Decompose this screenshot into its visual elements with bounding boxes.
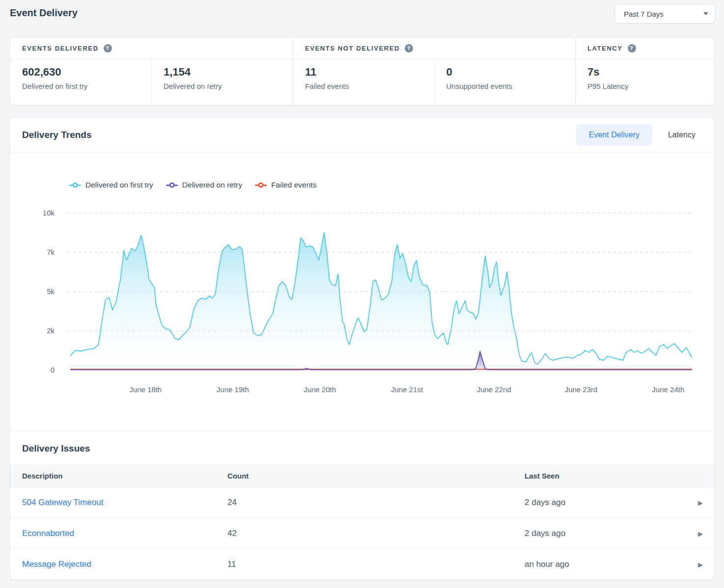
series-marker-icon [255,182,267,188]
stat-failed-events: 11 Failed events [293,59,434,105]
chevron-down-icon [703,12,708,15]
stats-heading-label: EVENTS NOT DELIVERED [305,45,400,52]
stats-heading-label: EVENTS DELIVERED [22,45,99,52]
legend-item-failed-events[interactable]: Failed events [255,181,316,189]
issue-count: 11 [227,560,525,569]
stats-section-heading: EVENTS NOT DELIVERED [293,37,575,59]
stats-section-heading: EVENTS DELIVERED [10,37,293,59]
stat-value: 0 [446,66,576,79]
tab-latency[interactable]: Latency [655,124,708,146]
issue-last-seen: an hour ago [525,560,687,569]
x-tick-label: June 21st [391,385,423,394]
x-tick-label: June 24th [652,385,684,394]
trends-header: Delivery Trends Event Delivery Latency [10,117,714,153]
table-row[interactable]: Econnaborted 42 2 days ago [10,518,714,549]
issue-last-seen: 2 days ago [525,498,687,508]
y-tick-label: 2k [47,326,55,335]
stats-section-events-not-delivered: EVENTS NOT DELIVERED 11 Failed events 0 … [293,37,575,105]
stat-label: Delivered on retry [164,82,293,90]
issues-table-header: Description Count Last Seen [10,464,714,487]
issue-link[interactable]: 504 Gateway Timeout [22,498,103,507]
trends-title: Delivery Trends [22,130,92,140]
y-tick-label: 0 [51,366,55,374]
column-header-count: Count [227,472,525,480]
issue-last-seen: 2 days ago [525,529,687,538]
delivery-trends-chart: 02k5k7k10kJune 18thJune 19thJune 20thJun… [10,153,714,430]
page-title: Event Delivery [10,7,78,19]
page-header: Event Delivery Past 7 Days [0,0,724,37]
stat-p95-latency: 7s P95 Latency [576,59,714,105]
legend-label: Failed events [271,181,316,189]
stat-label: Unsupported events [446,82,576,90]
stat-value: 602,630 [22,66,151,79]
legend-label: Delivered on first try [85,181,153,189]
y-tick-label: 10k [43,209,55,217]
issue-link[interactable]: Message Rejected [22,560,91,569]
help-icon[interactable] [405,44,413,53]
delivery-issues-title: Delivery Issues [10,430,714,464]
x-tick-label: June 23rd [565,385,598,394]
chevron-right-icon[interactable] [698,500,703,506]
x-tick-label: June 19th [217,385,249,394]
stat-value: 1,154 [164,66,293,79]
issue-link[interactable]: Econnaborted [22,529,74,538]
stats-section-events-delivered: EVENTS DELIVERED 602,630 Delivered on fi… [10,37,293,105]
column-header-description: Description [22,472,227,480]
trends-tabs: Event Delivery Latency [576,124,708,146]
chart-legend: Delivered on first try Delivered on retr… [69,181,316,189]
column-header-last-seen: Last Seen [525,472,687,480]
x-tick-label: June 20th [304,385,336,394]
table-row[interactable]: Message Rejected 11 an hour ago [10,549,714,580]
y-tick-label: 5k [47,287,55,295]
y-tick-label: 7k [47,248,55,256]
time-range-value: Past 7 Days [624,10,664,18]
x-tick-label: June 18th [130,385,162,394]
table-row[interactable]: 504 Gateway Timeout 24 2 days ago [10,487,714,518]
chart-canvas: 02k5k7k10kJune 18thJune 19thJune 20thJun… [10,153,714,430]
stats-heading-label: LATENCY [587,45,623,52]
legend-label: Delivered on retry [182,181,242,189]
stat-value: 11 [305,66,434,79]
series-marker-icon [69,182,81,188]
stat-delivered-first-try: 602,630 Delivered on first try [10,59,151,105]
stats-section-heading: LATENCY [576,37,714,59]
legend-item-delivered-first-try[interactable]: Delivered on first try [69,181,153,189]
series-marker-icon [166,182,178,188]
help-icon[interactable] [628,44,636,53]
stat-label: P95 Latency [587,82,714,90]
tab-event-delivery[interactable]: Event Delivery [576,124,652,146]
delivery-trends-card: Delivery Trends Event Delivery Latency 0… [10,117,715,580]
time-range-dropdown[interactable]: Past 7 Days [614,4,716,24]
series-area-first-try [71,233,692,370]
issue-count: 42 [227,529,525,538]
issue-count: 24 [227,498,525,508]
chevron-right-icon[interactable] [698,561,703,568]
stat-value: 7s [587,66,714,79]
legend-item-delivered-retry[interactable]: Delivered on retry [166,181,242,189]
stats-section-latency: LATENCY 7s P95 Latency [575,37,714,105]
stat-delivered-retry: 1,154 Delivered on retry [151,59,293,105]
stat-unsupported-events: 0 Unsupported events [434,59,576,105]
x-tick-label: June 22nd [477,385,511,394]
stat-label: Failed events [305,82,434,90]
stats-card: EVENTS DELIVERED 602,630 Delivered on fi… [10,37,715,106]
chevron-right-icon[interactable] [698,531,703,537]
stat-label: Delivered on first try [22,82,151,90]
help-icon[interactable] [104,44,112,53]
